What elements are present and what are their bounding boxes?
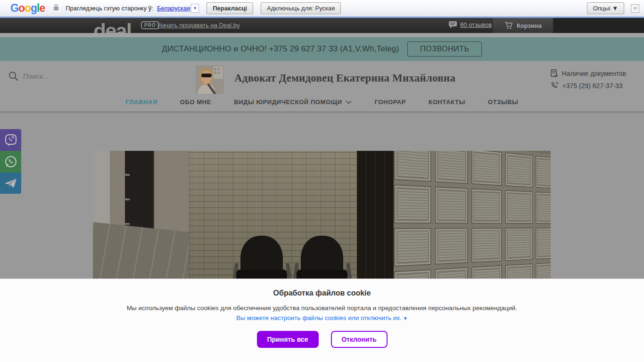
office-photo <box>93 151 551 288</box>
header-gap <box>0 33 644 37</box>
nav-item-services[interactable]: ВИДЫ ЮРИДИЧЕСКОЙ ПОМОЩИ <box>234 99 352 106</box>
topbar-right-filler <box>553 18 644 33</box>
speech-bubble-icon <box>449 21 457 28</box>
document-check-icon <box>551 69 558 78</box>
reviews-link[interactable]: 60 отзывов <box>449 21 492 28</box>
lock-icon <box>53 4 59 13</box>
nav-item-fees[interactable]: ГОНОРАР <box>374 99 406 106</box>
cart-button[interactable]: Корзина <box>493 18 553 33</box>
reviews-count-label: 60 отзывов <box>460 21 492 28</box>
phone-number: +375 (29) 627-37-33 <box>562 82 623 90</box>
phone-contact[interactable]: +375 (29) 627-37-33 <box>551 82 626 90</box>
pro-badge: PRO <box>141 21 159 29</box>
decline-button[interactable]: Отклонить <box>331 331 388 348</box>
nav-item-about[interactable]: ОБО МНЕ <box>180 99 211 106</box>
google-translate-bar: Google Праглядзець гэтую старонку ў: Бел… <box>0 0 644 18</box>
main-nav: ГЛАВНАЯ ОБО МНЕ ВИДЫ ЮРИДИЧЕСКОЙ ПОМОЩИ … <box>0 99 644 106</box>
cart-icon <box>504 22 513 30</box>
search-input[interactable] <box>23 72 132 80</box>
promo-banner: ДИСТАНЦИОННО и ОЧНО! +375 29 627 37 33 (… <box>0 37 644 61</box>
documents-availability: Наличие документов <box>551 69 626 78</box>
options-button[interactable]: Опцыі ▼ <box>587 2 624 14</box>
page-title: Адвокат Демидовец Екатерина Михайловна <box>234 72 455 84</box>
whatsapp-icon <box>4 155 17 168</box>
nav-item-home[interactable]: ГЛАВНАЯ <box>126 99 157 106</box>
cookie-title: Обработка файлов cookie <box>0 289 644 297</box>
viber-button[interactable] <box>0 129 21 151</box>
cookie-description: Мы используем файлы cookies для обеспече… <box>0 304 644 312</box>
chevron-down-icon <box>346 100 352 104</box>
telegram-icon <box>4 178 17 189</box>
language-link[interactable]: Беларуская <box>157 5 190 12</box>
telegram-button[interactable] <box>0 173 21 194</box>
deal-logo[interactable]: deal <box>93 21 131 33</box>
marketplace-topbar: deal PRO Начать продавать на Deal.by 60 … <box>0 18 644 33</box>
search-bar <box>8 71 132 81</box>
expand-arrow-icon: ▼ <box>403 316 408 321</box>
cookie-consent-sheet: Обработка файлов cookie Мы используем фа… <box>0 279 644 362</box>
nav-item-contacts[interactable]: КОНТАКТЫ <box>429 99 465 106</box>
nav-item-reviews[interactable]: ОТЗЫВЫ <box>488 99 519 106</box>
header-contacts: Наличие документов +375 (29) 627-37-33 <box>551 69 626 93</box>
nav-item-services-label: ВИДЫ ЮРИДИЧЕСКОЙ ПОМОЩИ <box>234 99 342 106</box>
promo-text: ДИСТАНЦИОННО и ОЧНО! +375 29 627 37 33 (… <box>162 44 399 54</box>
language-dropdown-button[interactable]: ▼ <box>191 4 199 13</box>
cookie-settings-link[interactable]: Вы можете настроить файлы cookies или от… <box>0 314 644 321</box>
phone-icon <box>551 82 559 90</box>
translate-prompt: Праглядзець гэтую старонку ў: <box>66 5 153 12</box>
call-button[interactable]: ПОЗВОНИТЬ <box>407 41 482 57</box>
company-avatar <box>196 66 224 94</box>
cart-label: Корзина <box>517 22 542 29</box>
viber-icon <box>5 134 17 146</box>
site-header: Адвокат Демидовец Екатерина Михайловна Н… <box>0 61 644 112</box>
translate-button[interactable]: Перакласці <box>206 2 253 14</box>
disable-translate-button[interactable]: Адключыць для: Руская <box>261 2 341 14</box>
start-selling-link[interactable]: Начать продавать на Deal.by <box>157 22 240 29</box>
search-icon[interactable] <box>8 71 18 81</box>
close-translate-bar-icon[interactable]: × <box>631 4 639 13</box>
cookie-buttons: Принять все Отклонить <box>0 331 644 348</box>
social-sidebar <box>0 129 21 194</box>
whatsapp-button[interactable] <box>0 151 21 173</box>
documents-label: Наличие документов <box>562 70 626 77</box>
photo-dim-overlay <box>93 151 551 288</box>
google-logo: Google <box>10 2 45 15</box>
accept-all-button[interactable]: Принять все <box>257 331 319 348</box>
